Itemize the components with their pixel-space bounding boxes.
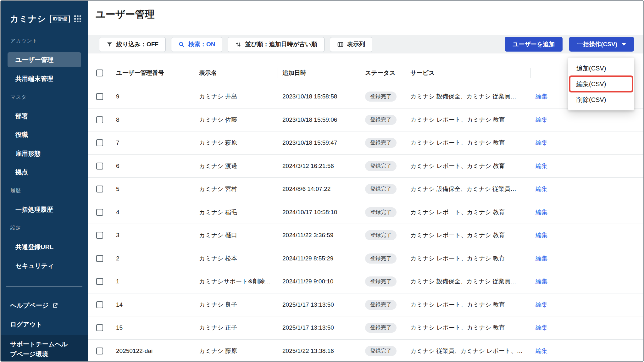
cell-display-name: カミナシ 良子 <box>194 301 277 309</box>
edit-link[interactable]: 編集 <box>536 116 547 123</box>
status-badge: 登録完了 <box>365 92 397 102</box>
menu-item[interactable]: 削除(CSV) <box>568 92 634 108</box>
columns-button-label: 表示列 <box>347 40 365 48</box>
edit-link[interactable]: 編集 <box>536 163 547 169</box>
sort-button-label: 並び順：追加日時が古い順 <box>245 40 317 48</box>
edit-link[interactable]: 編集 <box>536 278 547 285</box>
select-all-checkbox[interactable] <box>96 70 103 76</box>
cell-added-at: 2024/3/12 16:21:56 <box>277 163 360 170</box>
row-checkbox[interactable] <box>96 93 103 100</box>
status-badge: 登録完了 <box>365 323 397 333</box>
edit-link[interactable]: 編集 <box>536 301 547 308</box>
table-row: 5 カミナシ 宮村 2024/8/6 14:07:22 登録完了 カミナシ 設備… <box>88 178 643 201</box>
cell-display-name: カミナシ 藤原 <box>194 347 277 355</box>
sidebar-footer-label: ヘルプページ <box>10 301 48 310</box>
row-checkbox[interactable] <box>96 301 103 308</box>
sidebar-section-label: マスタ <box>1 94 27 101</box>
edit-link[interactable]: 編集 <box>536 232 547 238</box>
row-checkbox[interactable] <box>96 139 103 146</box>
row-checkbox[interactable] <box>96 255 103 262</box>
sidebar-item[interactable]: 拠点 <box>8 164 81 180</box>
app-window: カミナシ ID管理 アカウント <box>0 0 644 362</box>
status-badge: 登録完了 <box>365 253 397 264</box>
page-title: ユーザー管理 <box>88 1 643 21</box>
filter-button[interactable]: 絞り込み：OFF <box>99 37 166 52</box>
cell-edit: 編集 <box>530 162 562 170</box>
cell-edit: 編集 <box>530 347 562 355</box>
sidebar-item[interactable]: 共通登録URL <box>8 239 81 254</box>
col-header-added-at: 追加日時 <box>277 61 360 85</box>
sidebar-item[interactable]: 共用端末管理 <box>8 71 81 86</box>
edit-link[interactable]: 編集 <box>536 209 547 215</box>
sidebar-footer-item[interactable]: ログアウト <box>1 315 88 334</box>
edit-link[interactable]: 編集 <box>536 93 547 100</box>
cell-services: カミナシ レポート、カミナシ 教育 <box>405 254 530 263</box>
edit-link[interactable]: 編集 <box>536 324 547 331</box>
main-content: ユーザー管理 絞り込み：OFF <box>88 1 643 361</box>
cell-status: 登録完了 <box>360 115 405 125</box>
row-checkbox[interactable] <box>96 186 103 192</box>
cell-user-id: 9 <box>111 93 194 100</box>
menu-item[interactable]: 追加(CSV) <box>568 60 634 76</box>
row-checkbox[interactable] <box>96 278 103 285</box>
cell-display-name: カミナシ 佐藤 <box>194 116 277 124</box>
cell-status: 登録完了 <box>360 230 405 240</box>
status-badge: 登録完了 <box>365 207 397 217</box>
col-header-status: ステータス <box>360 61 405 85</box>
columns-button[interactable]: 表示列 <box>330 37 372 52</box>
cell-display-name: カミナシ 稲毛 <box>194 208 277 216</box>
sidebar-footer-label: ログアウト <box>10 320 42 329</box>
apps-grid-icon[interactable] <box>74 15 82 23</box>
sidebar-item[interactable]: 雇用形態 <box>8 146 81 161</box>
sidebar-item[interactable]: 部署 <box>8 109 81 124</box>
col-header-user-id: ユーザー管理番号 <box>111 61 194 85</box>
sidebar-footer-item[interactable]: ヘルプページ <box>1 296 88 315</box>
sidebar-env-link[interactable]: サポートチームヘルプページ環境 <box>1 335 88 361</box>
cell-user-id: 5 <box>111 186 194 192</box>
cell-user-id: 14 <box>111 301 194 308</box>
row-checkbox[interactable] <box>96 163 103 170</box>
row-checkbox[interactable] <box>96 324 103 331</box>
row-checkbox[interactable] <box>96 209 103 216</box>
sidebar-item[interactable]: ユーザー管理 <box>8 52 81 67</box>
table-row: 7 カミナシ 萩原 2023/10/18 15:59:47 登録完了 カミナシ … <box>88 131 643 155</box>
row-checkbox[interactable] <box>96 348 103 354</box>
cell-display-name: カミナシサポート※削除… <box>194 277 277 286</box>
edit-link[interactable]: 編集 <box>536 348 547 354</box>
sort-button[interactable]: 並び順：追加日時が古い順 <box>228 37 324 52</box>
cell-display-name: カミナシ 渡邊 <box>194 162 277 170</box>
cell-user-id: 6 <box>111 163 194 170</box>
cell-services: カミナシ 設備保全、カミナシ 従業員… <box>405 185 530 193</box>
status-badge: 登録完了 <box>365 300 397 310</box>
menu-item[interactable]: 編集(CSV) <box>568 76 634 92</box>
cell-edit: 編集 <box>530 277 562 286</box>
filter-icon <box>106 41 113 48</box>
table-body: 9 カミナシ 井島 2023/10/18 15:58:58 登録完了 カミナシ … <box>88 85 643 361</box>
sidebar-item[interactable]: セキュリティ <box>8 258 81 273</box>
row-checkbox[interactable] <box>96 232 103 239</box>
sidebar-item[interactable]: 役職 <box>8 127 81 142</box>
sidebar-item[interactable]: 一括処理履歴 <box>8 202 81 217</box>
cell-edit: 編集 <box>530 92 562 101</box>
toolbar-right: ユーザーを追加 一括操作(CSV) <box>505 37 634 52</box>
cell-services: カミナシ 設備保全、カミナシ 従業員… <box>405 92 530 101</box>
cell-services: カミナシ レポート、カミナシ 教育 <box>405 208 530 216</box>
edit-link[interactable]: 編集 <box>536 255 547 262</box>
edit-link[interactable]: 編集 <box>536 139 547 146</box>
add-user-button[interactable]: ユーザーを追加 <box>505 37 563 52</box>
cell-status: 登録完了 <box>360 346 405 356</box>
edit-link[interactable]: 編集 <box>536 186 547 192</box>
status-badge: 登録完了 <box>365 276 397 287</box>
cell-services: カミナシ 従業員、カミナシ レポート、… <box>405 347 530 355</box>
bulk-action-button[interactable]: 一括操作(CSV) <box>569 37 634 52</box>
user-table: ユーザー管理番号 表示名 追加日時 ステータス サービス 9 カミナシ 井島 <box>88 61 643 361</box>
row-checkbox[interactable] <box>96 116 103 123</box>
search-button[interactable]: 検索：ON <box>171 37 223 52</box>
cell-display-name: カミナシ 萩原 <box>194 139 277 147</box>
status-badge: 登録完了 <box>365 230 397 240</box>
cell-status: 登録完了 <box>360 276 405 287</box>
sidebar-logo-row: カミナシ ID管理 <box>1 1 88 25</box>
cell-status: 登録完了 <box>360 323 405 333</box>
filter-button-label: 絞り込み：OFF <box>116 40 158 48</box>
cell-added-at: 2024/8/6 14:07:22 <box>277 186 360 192</box>
